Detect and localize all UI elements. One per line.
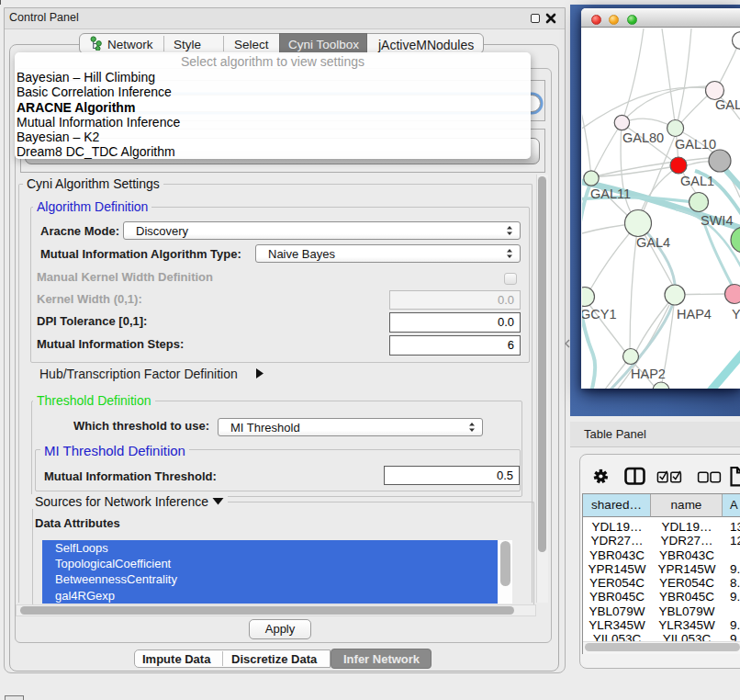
- svg-text:GAL4: GAL4: [636, 235, 670, 250]
- svg-text:GAL80: GAL80: [622, 130, 664, 145]
- svg-text:GAL1: GAL1: [680, 174, 714, 188]
- svg-text:GAL10: GAL10: [675, 137, 716, 152]
- svg-text:GCY1: GCY1: [582, 307, 617, 322]
- svg-text:HAP4: HAP4: [677, 307, 712, 322]
- svg-text:YJ: YJ: [732, 307, 740, 322]
- svg-text:HAP2: HAP2: [631, 367, 666, 381]
- svg-text:GAL2: GAL2: [715, 97, 740, 112]
- svg-text:SWI4: SWI4: [701, 213, 733, 228]
- svg-text:GAL11: GAL11: [590, 186, 631, 201]
